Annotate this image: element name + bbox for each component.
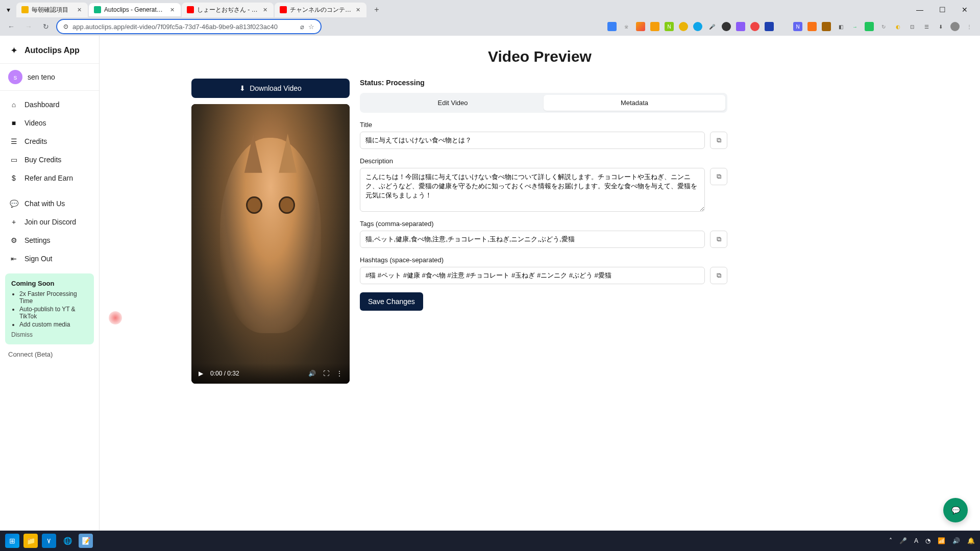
extension-icon[interactable]	[750, 22, 760, 31]
sidebar-item-refer[interactable]: $ Refer and Earn	[4, 169, 95, 187]
new-tab-button[interactable]: +	[370, 3, 384, 17]
extension-icon[interactable]	[865, 22, 874, 31]
wallet-icon: ☰	[9, 137, 18, 145]
translate-icon[interactable]: ⌀	[300, 23, 304, 31]
copy-title-button[interactable]: ⧉	[710, 132, 727, 149]
back-button[interactable]: ←	[4, 19, 18, 34]
tab-search-dropdown[interactable]: ▾	[2, 4, 14, 16]
description-input[interactable]: こんにちは！今回は猫に与えてはいけない食べ物について詳しく解説します。チョコレー…	[360, 168, 705, 212]
fullscreen-button[interactable]: ⛶	[323, 370, 329, 377]
close-icon[interactable]: ✕	[76, 6, 83, 13]
sidebar-item-videos[interactable]: ■ Videos	[4, 114, 95, 132]
window-controls: — ☐ ✕	[913, 3, 978, 17]
tags-input[interactable]	[360, 231, 705, 248]
save-changes-button[interactable]: Save Changes	[360, 292, 423, 311]
copy-description-button[interactable]: ⧉	[710, 168, 727, 185]
minimize-button[interactable]: —	[913, 3, 927, 17]
forward-button[interactable]: →	[21, 19, 36, 34]
close-icon[interactable]: ✕	[354, 6, 361, 13]
extension-icon[interactable]	[765, 22, 774, 31]
sidebar-item-dashboard[interactable]: ⌂ Dashboard	[4, 96, 95, 113]
extension-icon[interactable]	[636, 22, 645, 31]
field-hashtags: Hashtags (space-separated) ⧉	[360, 256, 727, 284]
profile-avatar-icon[interactable]	[950, 22, 960, 31]
tab-metadata[interactable]: Metadata	[544, 95, 725, 111]
maximize-button[interactable]: ☐	[935, 3, 949, 17]
connect-beta-link[interactable]: Connect (Beta)	[0, 344, 99, 364]
tabset: Edit Video Metadata	[360, 93, 727, 113]
card-icon: ▭	[9, 156, 18, 164]
app-logo[interactable]: ✦ Autoclips App	[0, 44, 99, 63]
sidebar-item-discord[interactable]: + Join our Discord	[4, 213, 95, 231]
copy-icon: ⧉	[717, 271, 721, 280]
sidebar-item-buy-credits[interactable]: ▭ Buy Credits	[4, 151, 95, 168]
tab-4[interactable]: チャンネルのコンテンツ - YouTube S ✕	[275, 3, 366, 17]
chat-launcher-button[interactable]: 💬	[943, 498, 968, 522]
extension-icon[interactable]	[650, 22, 659, 31]
dismiss-button[interactable]: Dismiss	[11, 331, 88, 338]
sidebar-item-credits[interactable]: ☰ Credits	[4, 133, 95, 150]
extension-icon[interactable]: 🎤	[707, 22, 717, 31]
extension-icon[interactable]: N	[793, 22, 802, 31]
reload-button[interactable]: ↻	[39, 19, 53, 34]
close-icon[interactable]: ✕	[168, 6, 176, 13]
chat-bubble-icon: 💬	[951, 506, 960, 514]
field-description: Description こんにちは！今回は猫に与えてはいけない食べ物について詳し…	[360, 157, 727, 212]
title-input[interactable]	[360, 132, 705, 149]
extensions-area: ※ N 🎤 N ◧ → ↻ ◐ ⊡ ☰ ⬇ ⋮	[607, 22, 976, 31]
site-info-icon[interactable]: ⊙	[63, 23, 68, 30]
hashtags-input[interactable]	[360, 267, 705, 284]
extension-icon[interactable]	[607, 22, 617, 31]
video-time: 0:00 / 0:32	[210, 370, 239, 377]
app-shell: ✦ Autoclips App s sen teno ⌂ Dashboard ■…	[0, 36, 980, 531]
video-menu-button[interactable]: ⋮	[336, 370, 342, 377]
extension-icon[interactable]	[693, 22, 702, 31]
extension-icon[interactable]	[807, 22, 817, 31]
extension-icon[interactable]: ※	[622, 22, 631, 31]
video-player[interactable]: ▶ 0:00 / 0:32 🔊 ⛶ ⋮	[191, 104, 350, 384]
sidebar-item-chat[interactable]: 💬 Chat with Us	[4, 195, 95, 212]
reading-list-icon[interactable]: ☰	[922, 22, 931, 31]
video-column: ⬇ Download Video ▶ 0:00 / 0:3	[191, 79, 350, 384]
sidebar-item-sign-out[interactable]: ⇤ Sign Out	[4, 250, 95, 267]
extension-icon[interactable]	[736, 22, 745, 31]
copy-tags-button[interactable]: ⧉	[710, 231, 727, 248]
nav-bar: ← → ↻ ⊙ app.autoclips.app/edit-video/7f0…	[0, 17, 980, 36]
tab-1[interactable]: 毎朝確認項目 ✕	[16, 3, 88, 17]
close-window-button[interactable]: ✕	[958, 3, 972, 17]
logout-icon: ⇤	[9, 255, 18, 263]
field-tags: Tags (comma-separated) ⧉	[360, 220, 727, 248]
tags-label: Tags (comma-separated)	[360, 220, 727, 228]
extension-icon[interactable]	[822, 22, 831, 31]
user-profile[interactable]: s sen teno	[0, 63, 99, 91]
volume-button[interactable]: 🔊	[308, 370, 316, 377]
sidebar-item-settings[interactable]: ⚙ Settings	[4, 232, 95, 249]
copy-hashtags-button[interactable]: ⧉	[710, 267, 727, 284]
extension-icon[interactable]: ◧	[836, 22, 845, 31]
tab-2-active[interactable]: Autoclips - Generate Viral TikTo ✕	[89, 3, 181, 16]
downloads-icon[interactable]: ⬇	[936, 22, 945, 31]
close-icon[interactable]: ✕	[261, 6, 268, 13]
chat-icon: 💬	[9, 199, 18, 208]
extensions-menu-icon[interactable]: ⊡	[908, 22, 917, 31]
copy-icon: ⧉	[717, 235, 721, 243]
tab-3[interactable]: しょーとおぢさん - YouTube ✕	[182, 3, 274, 17]
extension-icon[interactable]: →	[850, 22, 860, 31]
extension-icon[interactable]	[679, 22, 688, 31]
extension-icon[interactable]	[779, 22, 788, 31]
extension-icon[interactable]: N	[665, 22, 674, 31]
extension-icon[interactable]: ◐	[893, 22, 902, 31]
play-button[interactable]: ▶	[199, 370, 203, 377]
download-icon: ⬇	[239, 84, 246, 92]
bookmark-icon[interactable]: ☆	[308, 23, 314, 31]
tab-edit-video[interactable]: Edit Video	[362, 95, 544, 111]
address-bar[interactable]: ⊙ app.autoclips.app/edit-video/7f09fc5a-…	[56, 19, 322, 34]
title-label: Title	[360, 121, 727, 129]
extension-icon[interactable]	[722, 22, 731, 31]
download-video-button[interactable]: ⬇ Download Video	[191, 79, 350, 98]
extension-icon[interactable]: ↻	[879, 22, 888, 31]
menu-icon[interactable]: ⋮	[965, 22, 974, 31]
video-icon: ■	[9, 119, 18, 127]
page-title: Video Preview	[120, 48, 960, 65]
sidebar: ✦ Autoclips App s sen teno ⌂ Dashboard ■…	[0, 36, 100, 531]
